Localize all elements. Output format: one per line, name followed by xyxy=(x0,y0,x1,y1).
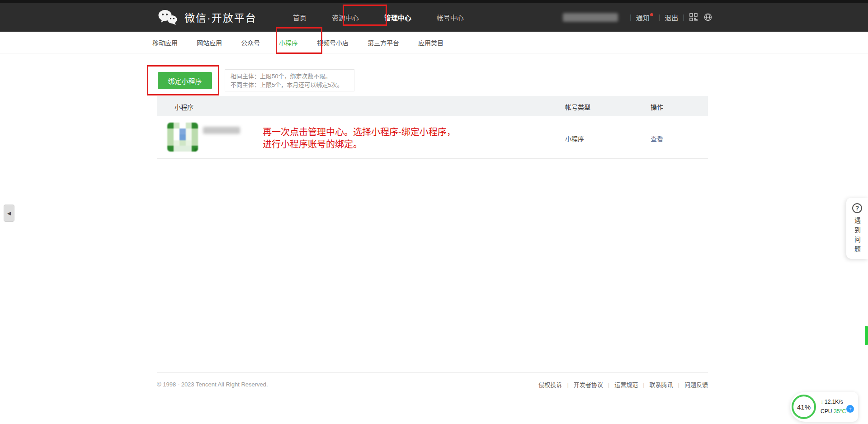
globe-language-icon[interactable] xyxy=(703,13,712,22)
cpu-temperature: 35°C xyxy=(834,408,846,414)
memory-usage-percent: 41% xyxy=(797,403,811,411)
cpu-label: CPU xyxy=(821,408,832,414)
tab-third-party-platform[interactable]: 第三方平台 xyxy=(358,38,409,47)
qr-code-icon[interactable] xyxy=(689,13,698,22)
scrollbar-thumb[interactable] xyxy=(865,326,868,345)
divider: | xyxy=(630,14,632,21)
tab-official-account[interactable]: 公众号 xyxy=(231,38,269,47)
network-speed: ↓12.1K/s xyxy=(821,399,843,405)
tab-website-app[interactable]: 网站应用 xyxy=(187,38,231,47)
cpu-status: CPU35°C xyxy=(821,408,846,414)
account-name-blurred[interactable] xyxy=(563,13,618,22)
brand-title: 微信·开放平台 xyxy=(184,10,257,25)
nav-item-home[interactable]: 首页 xyxy=(280,13,319,22)
header-mini-program: 小程序 xyxy=(175,102,193,111)
navbar-right: | 通知 | 退出 | xyxy=(563,13,712,22)
notifications-link[interactable]: 通知 xyxy=(636,13,650,22)
header-action: 操作 xyxy=(651,102,663,111)
footer: © 1998 - 2023 Tencent All Right Reserved… xyxy=(157,372,708,389)
page: 微信·开放平台 首页 资源中心 管理中心 帐号中心 | 通知 | 退出 | xyxy=(0,0,868,424)
tutorial-annotation-line2: 进行小程序账号的绑定。 xyxy=(263,138,456,151)
logout-link[interactable]: 退出 xyxy=(665,13,678,22)
tab-app-category[interactable]: 应用类目 xyxy=(409,38,453,47)
table-row: 再一次点击管理中心。选择小程序-绑定小程序， 进行小程序账号的绑定。 小程序 查… xyxy=(157,116,708,159)
footer-link-infringement[interactable]: 侵权投诉 xyxy=(538,380,562,389)
footer-link-developer-agreement[interactable]: 开发者协议 xyxy=(562,380,603,389)
mini-program-name-blurred xyxy=(203,127,240,134)
tutorial-annotation: 再一次点击管理中心。选择小程序-绑定小程序， 进行小程序账号的绑定。 xyxy=(263,126,456,151)
footer-link-contact-tencent[interactable]: 联系腾讯 xyxy=(638,380,673,389)
copyright-text: © 1998 - 2023 Tencent All Right Reserved… xyxy=(157,381,268,388)
notification-badge xyxy=(650,13,653,16)
download-arrow-icon: ↓ xyxy=(821,399,823,405)
monitor-expand-button[interactable]: + xyxy=(846,405,854,413)
divider: | xyxy=(683,14,684,21)
nav-item-account-center[interactable]: 帐号中心 xyxy=(424,13,476,22)
bind-limit-note-line1: 相同主体：上限50个，绑定次数不限。 xyxy=(231,72,349,81)
tab-channels-shop[interactable]: 视频号小店 xyxy=(307,38,358,47)
collapse-arrow-icon: ◀ xyxy=(7,210,11,216)
footer-link-feedback[interactable]: 问题反馈 xyxy=(673,380,708,389)
bind-limit-note-line2: 不同主体：上限5个，本月还可以绑定5次。 xyxy=(231,81,349,89)
account-type-value: 小程序 xyxy=(565,134,584,143)
help-widget-label: 遇到问题 xyxy=(853,217,862,255)
question-mark-icon: ? xyxy=(852,203,862,213)
tutorial-annotation-line1: 再一次点击管理中心。选择小程序-绑定小程序， xyxy=(263,126,456,138)
view-link[interactable]: 查看 xyxy=(651,134,663,143)
wechat-logo-icon xyxy=(157,9,178,26)
mini-program-table: 小程序 帐号类型 操作 xyxy=(157,96,708,159)
footer-links: 侵权投诉 开发者协议 运营规范 联系腾讯 问题反馈 xyxy=(538,380,708,389)
nav-item-resources[interactable]: 资源中心 xyxy=(319,13,372,22)
app-type-tabbar: 移动应用 网站应用 公众号 小程序 视频号小店 第三方平台 应用类目 xyxy=(0,32,868,53)
main-navbar: 微信·开放平台 首页 资源中心 管理中心 帐号中心 | 通知 | 退出 | xyxy=(0,3,868,32)
tab-mobile-app[interactable]: 移动应用 xyxy=(143,38,187,47)
bind-mini-program-button[interactable]: 绑定小程序 xyxy=(158,72,212,89)
brand[interactable]: 微信·开放平台 xyxy=(157,9,257,26)
main-nav-items: 首页 资源中心 管理中心 帐号中心 xyxy=(280,13,476,22)
memory-usage-gauge[interactable]: 41% xyxy=(792,395,816,419)
tab-mini-program[interactable]: 小程序 xyxy=(269,38,307,47)
mini-program-icon-blurred xyxy=(167,123,198,152)
table-header: 小程序 帐号类型 操作 xyxy=(157,96,708,116)
footer-link-operation-rules[interactable]: 运营规范 xyxy=(603,380,638,389)
header-account-type: 帐号类型 xyxy=(565,102,590,111)
plus-icon: + xyxy=(849,406,852,412)
divider: | xyxy=(659,14,660,21)
network-speed-value: 12.1K/s xyxy=(825,399,843,405)
help-widget[interactable]: ? 遇到问题 xyxy=(846,198,868,259)
sidebar-collapse-button[interactable]: ◀ xyxy=(4,205,14,222)
nav-item-management-center[interactable]: 管理中心 xyxy=(372,13,424,22)
bind-limit-note: 相同主体：上限50个，绑定次数不限。 不同主体：上限5个，本月还可以绑定5次。 xyxy=(225,69,354,91)
